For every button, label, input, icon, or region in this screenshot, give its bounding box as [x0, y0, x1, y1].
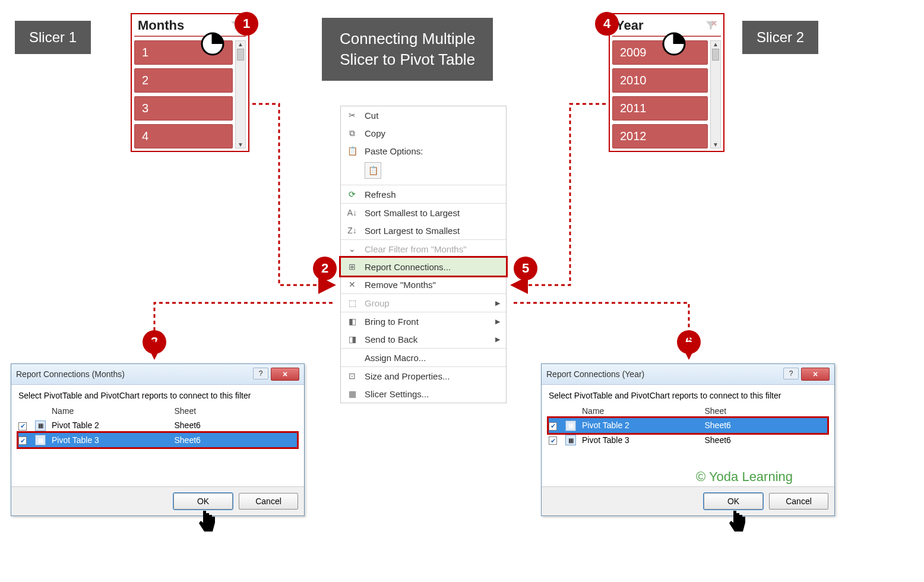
dialog-title: Report Connections (Months) — [16, 369, 125, 379]
row-sheet: Sheet6 — [705, 420, 828, 430]
sort-desc-icon: Z↓ — [347, 225, 357, 236]
ok-button[interactable]: OK — [173, 493, 233, 510]
menu-label: Refresh — [365, 189, 396, 200]
dialog-help-button[interactable]: ? — [253, 368, 268, 379]
step-badge-4: 4 — [595, 12, 619, 36]
menu-label: Group — [365, 298, 390, 308]
menu-remove[interactable]: ✕ Remove "Months" — [341, 276, 506, 293]
menu-report-connections[interactable]: ⊞ Report Connections... — [341, 258, 506, 276]
context-menu: ✂ Cut ⧉ Copy 📋 Paste Options: 📋 ⟳ Refres… — [340, 106, 507, 403]
scroll-thumb[interactable] — [237, 49, 244, 61]
checkbox[interactable]: ✔ — [549, 422, 557, 431]
menu-clear-filter: ⌄ Clear Filter from "Months" — [341, 239, 506, 258]
cancel-button[interactable]: Cancel — [769, 493, 828, 510]
pivottable-icon: ▦ — [35, 420, 46, 431]
slicer-item[interactable]: 2 — [134, 68, 233, 93]
menu-label: Paste Options: — [365, 146, 423, 156]
dialog-title: Report Connections (Year) — [546, 369, 644, 379]
menu-label: Sort Largest to Smallest — [365, 226, 460, 236]
menu-sort-desc[interactable]: Z↓ Sort Largest to Smallest — [341, 222, 506, 239]
menu-cut[interactable]: ✂ Cut — [341, 106, 506, 124]
dialog-report-connections-months: Report Connections (Months) ? × Select P… — [11, 363, 305, 516]
slicer-item[interactable]: 2012 — [612, 124, 708, 148]
slicer-item[interactable]: 4 — [134, 124, 233, 148]
menu-bring-front[interactable]: ◧ Bring to Front ▶ — [341, 312, 506, 330]
step-badge-2: 2 — [313, 257, 337, 280]
column-name: Name — [52, 406, 175, 416]
slicer-year-title: Year — [616, 18, 644, 33]
slicer-months[interactable]: Months 1 2 3 4 ▲ ▼ — [131, 13, 249, 152]
paste-option-button[interactable]: 📋 — [365, 162, 381, 179]
scroll-down-icon[interactable]: ▼ — [238, 141, 243, 148]
clear-filter-icon: ⌄ — [347, 243, 357, 254]
column-sheet: Sheet — [705, 406, 828, 416]
cancel-button[interactable]: Cancel — [239, 493, 298, 510]
menu-sort-asc[interactable]: A↓ Sort Smallest to Largest — [341, 203, 506, 222]
checkbox[interactable]: ✔ — [18, 422, 27, 431]
slicer-item[interactable]: 3 — [134, 96, 233, 121]
right-click-cursor-icon — [662, 32, 686, 56]
refresh-icon: ⟳ — [347, 189, 357, 200]
dialog-help-button[interactable]: ? — [783, 368, 799, 379]
submenu-arrow-icon: ▶ — [495, 318, 500, 325]
pointer-hand-icon — [196, 508, 220, 537]
menu-label: Copy — [365, 128, 385, 138]
menu-label: Size and Properties... — [365, 371, 450, 381]
dialog-close-button[interactable]: × — [271, 368, 299, 381]
submenu-arrow-icon: ▶ — [495, 336, 500, 343]
dialog-report-connections-year: Report Connections (Year) ? × Select Piv… — [541, 363, 835, 516]
menu-size-properties[interactable]: ⊡ Size and Properties... — [341, 366, 506, 385]
pivottable-icon: ▦ — [565, 435, 576, 445]
scroll-up-icon[interactable]: ▲ — [713, 41, 719, 48]
send-back-icon: ◨ — [347, 334, 357, 344]
sort-asc-icon: A↓ — [347, 207, 357, 218]
dialog-instruction: Select PivotTable and PivotChart reports… — [18, 391, 297, 400]
table-row[interactable]: ✔ ▦ Pivot Table 3 Sheet6 — [18, 433, 297, 448]
size-props-icon: ⊡ — [347, 371, 357, 381]
menu-label: Clear Filter from "Months" — [365, 244, 467, 254]
menu-label: Report Connections... — [365, 262, 451, 272]
dialog-instruction: Select PivotTable and PivotChart reports… — [549, 391, 827, 400]
macro-icon — [347, 352, 357, 363]
table-row[interactable]: ✔ ▦ Pivot Table 2 Sheet6 — [549, 418, 827, 433]
menu-label: Remove "Months" — [365, 280, 436, 290]
group-icon: ⬚ — [347, 298, 357, 308]
step-badge-1: 1 — [235, 12, 258, 36]
pointer-hand-icon — [726, 508, 750, 537]
menu-assign-macro[interactable]: Assign Macro... — [341, 348, 506, 366]
row-sheet: Sheet6 — [175, 435, 298, 445]
copy-icon: ⧉ — [347, 128, 357, 138]
menu-label: Sort Smallest to Largest — [365, 208, 460, 218]
remove-icon: ✕ — [347, 279, 357, 290]
pivottable-icon: ▦ — [565, 420, 576, 431]
menu-copy[interactable]: ⧉ Copy — [341, 124, 506, 142]
scroll-down-icon[interactable]: ▼ — [713, 141, 719, 148]
slicer-item[interactable]: 2009 — [612, 40, 708, 65]
label-slicer-2: Slicer 2 — [742, 21, 818, 54]
menu-label: Send to Back — [365, 334, 417, 344]
menu-refresh[interactable]: ⟳ Refresh — [341, 185, 506, 203]
dialog-close-button[interactable]: × — [801, 368, 830, 381]
ok-button[interactable]: OK — [704, 493, 763, 510]
clear-filter-icon[interactable] — [704, 19, 717, 32]
scroll-thumb[interactable] — [712, 49, 719, 61]
report-connections-icon: ⊞ — [347, 261, 357, 272]
menu-slicer-settings[interactable]: ▦ Slicer Settings... — [341, 385, 506, 403]
slicer-scrollbar[interactable]: ▲ ▼ — [235, 40, 246, 148]
step-badge-6: 6 — [677, 330, 701, 354]
row-name: Pivot Table 3 — [582, 435, 705, 445]
submenu-arrow-icon: ▶ — [495, 299, 500, 307]
paste-icon: 📋 — [347, 146, 357, 156]
column-name: Name — [582, 406, 705, 416]
scroll-up-icon[interactable]: ▲ — [238, 41, 243, 48]
step-badge-3: 3 — [143, 330, 166, 354]
checkbox[interactable]: ✔ — [18, 436, 27, 445]
table-row[interactable]: ✔ ▦ Pivot Table 3 Sheet6 — [549, 433, 827, 448]
step-badge-5: 5 — [514, 257, 537, 280]
slicer-item[interactable]: 2011 — [612, 96, 708, 121]
table-row[interactable]: ✔ ▦ Pivot Table 2 Sheet6 — [18, 418, 297, 433]
menu-send-back[interactable]: ◨ Send to Back ▶ — [341, 330, 506, 348]
checkbox[interactable]: ✔ — [549, 436, 557, 445]
slicer-scrollbar[interactable]: ▲ ▼ — [710, 40, 721, 148]
slicer-item[interactable]: 2010 — [612, 68, 708, 93]
